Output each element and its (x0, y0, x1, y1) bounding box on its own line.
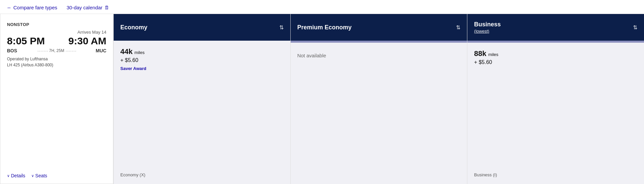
fare-header-text: Business (lowest) (474, 21, 501, 34)
destination-code: MUC (94, 48, 106, 53)
fare-header-premium-economy[interactable]: Premium Economy ⇅ (291, 14, 467, 41)
arrive-time: 9:30 AM (68, 35, 106, 47)
cabin-class: Economy (X) (120, 169, 284, 177)
flight-info-column: NONSTOP Arrives May 14 8:05 PM 9:30 AM B… (0, 14, 113, 184)
flight-actions: ∨ Details ∨ Seats (7, 173, 106, 178)
chevron-down-icon: ∨ (7, 174, 10, 178)
miles-value: 88k (474, 49, 486, 58)
fare-columns: Economy ⇅ 44k miles + $5.60 Saver Award … (113, 14, 644, 184)
chevron-down-icon-seats: ∨ (31, 174, 34, 178)
details-label: Details (11, 173, 25, 178)
cabin-class: Business (I) (474, 169, 637, 177)
compare-fare-label: Compare fare types (13, 5, 57, 10)
award-label[interactable]: Saver Award (120, 66, 284, 71)
fare-miles: 88k miles (474, 49, 637, 58)
fare-body-economy: 44k miles + $5.60 Saver Award Economy (X… (114, 41, 290, 184)
calendar-link[interactable]: 30-day calendar 🗓 (67, 5, 110, 10)
flight-type: NONSTOP (7, 22, 106, 27)
calendar-icon: 🗓 (104, 5, 109, 10)
compare-fare-link[interactable]: ↔ Compare fare types (7, 5, 57, 10)
operated-by: Operated by Lufthansa (7, 57, 106, 61)
fare-header-text: Economy (120, 24, 147, 31)
dashes-right: - - - - - - - (66, 49, 76, 53)
calendar-label: 30-day calendar (67, 5, 103, 10)
main-content: NONSTOP Arrives May 14 8:05 PM 9:30 AM B… (0, 14, 644, 184)
fare-body-business: 88k miles + $5.60 Business (I) (467, 43, 644, 184)
origin-code: BOS (7, 48, 19, 53)
miles-unit: miles (133, 50, 145, 55)
fare-header-economy[interactable]: Economy ⇅ (114, 14, 290, 41)
fare-body-premium-economy: Not available (291, 43, 467, 184)
not-available-text: Not available (297, 49, 461, 58)
times-row: 8:05 PM 9:30 AM (7, 35, 106, 47)
fare-miles: 44k miles (120, 47, 284, 56)
flight-duration: 7H, 25M (49, 48, 64, 53)
seats-link[interactable]: ∨ Seats (31, 173, 47, 178)
cabin-class (297, 174, 461, 177)
sort-icon[interactable]: ⇅ (279, 24, 284, 31)
flight-line: - - - - - - - 7H, 25M - - - - - - - (19, 48, 94, 53)
fare-header-text: Premium Economy (297, 24, 352, 31)
flight-number: LH 425 (Airbus A380-800) (7, 63, 106, 67)
fare-fee: + $5.60 (474, 59, 637, 65)
top-bar: ↔ Compare fare types 30-day calendar 🗓 (0, 0, 644, 14)
sort-icon[interactable]: ⇅ (633, 24, 637, 31)
fare-header-subtitle: (lowest) (474, 29, 501, 34)
sort-icon[interactable]: ⇅ (456, 24, 460, 31)
fare-fee: + $5.60 (120, 57, 284, 63)
miles-unit: miles (487, 52, 498, 57)
route-row: BOS - - - - - - - 7H, 25M - - - - - - - … (7, 48, 106, 53)
fare-col-premium-economy: Premium Economy ⇅ Not available (290, 14, 467, 184)
seats-label: Seats (35, 173, 47, 178)
fare-header-title: Economy (120, 24, 147, 31)
fare-col-business: Business (lowest) ⇅ 88k miles + $5.60 Bu… (467, 14, 644, 184)
details-link[interactable]: ∨ Details (7, 173, 25, 178)
miles-value: 44k (120, 47, 133, 56)
fare-col-economy: Economy ⇅ 44k miles + $5.60 Saver Award … (113, 14, 290, 184)
fare-header-business[interactable]: Business (lowest) ⇅ (467, 14, 644, 41)
fare-header-title: Business (474, 21, 501, 28)
compare-icon: ↔ (7, 5, 11, 10)
fare-header-title: Premium Economy (297, 24, 352, 31)
dashes-left: - - - - - - - (37, 49, 48, 53)
arrives-label: Arrives May 14 (7, 30, 106, 35)
depart-time: 8:05 PM (7, 35, 45, 47)
